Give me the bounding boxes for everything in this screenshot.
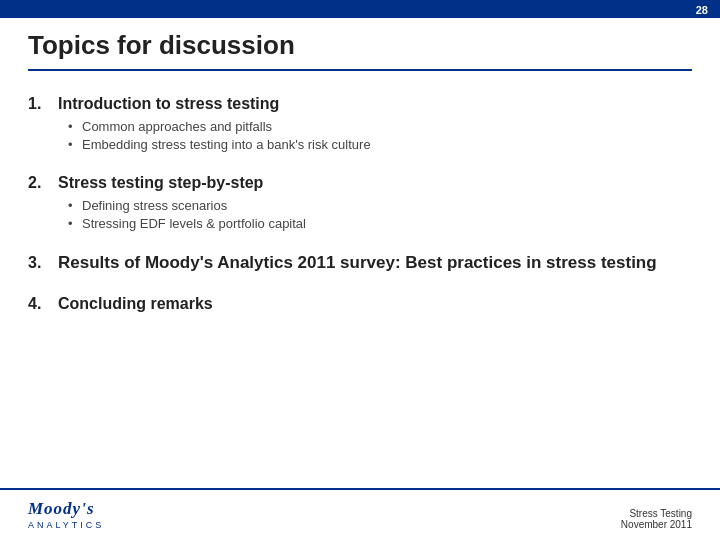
section-1-title: Introduction to stress testing xyxy=(58,95,279,113)
section-3-heading: 3. Results of Moody's Analytics 2011 sur… xyxy=(28,253,692,273)
section-2: 2. Stress testing step-by-step Defining … xyxy=(28,174,692,231)
bottom-accent-bar xyxy=(0,488,720,490)
list-item: Defining stress scenarios xyxy=(68,198,692,213)
section-4-heading: 4. Concluding remarks xyxy=(28,295,692,313)
section-2-heading: 2. Stress testing step-by-step xyxy=(28,174,692,192)
section-1-number: 1. xyxy=(28,95,48,113)
slide: 28 Topics for discussion 1. Introduction… xyxy=(0,0,720,540)
list-item: Common approaches and pitfalls xyxy=(68,119,692,134)
logo-moodys: Moody's xyxy=(28,499,95,519)
section-3: 3. Results of Moody's Analytics 2011 sur… xyxy=(28,253,692,273)
section-1: 1. Introduction to stress testing Common… xyxy=(28,95,692,152)
section-3-title: Results of Moody's Analytics 2011 survey… xyxy=(58,253,657,273)
logo-analytics: ANALYTICS xyxy=(28,520,104,530)
section-3-number: 3. xyxy=(28,254,48,272)
section-1-bullets: Common approaches and pitfalls Embedding… xyxy=(68,119,692,152)
list-item: Embedding stress testing into a bank's r… xyxy=(68,137,692,152)
page-number: 28 xyxy=(696,4,708,16)
list-item: Stressing EDF levels & portfolio capital xyxy=(68,216,692,231)
section-2-number: 2. xyxy=(28,174,48,192)
slide-title: Topics for discussion xyxy=(28,30,692,71)
section-4-title: Concluding remarks xyxy=(58,295,213,313)
footer-line1: Stress Testing xyxy=(621,508,692,519)
section-1-heading: 1. Introduction to stress testing xyxy=(28,95,692,113)
logo-area: Moody's ANALYTICS xyxy=(28,499,104,530)
footer: Moody's ANALYTICS Stress Testing Novembe… xyxy=(28,499,692,530)
content-area: 1. Introduction to stress testing Common… xyxy=(28,95,692,480)
footer-right: Stress Testing November 2011 xyxy=(621,508,692,530)
footer-line2: November 2011 xyxy=(621,519,692,530)
section-2-bullets: Defining stress scenarios Stressing EDF … xyxy=(68,198,692,231)
section-4-number: 4. xyxy=(28,295,48,313)
section-4: 4. Concluding remarks xyxy=(28,295,692,313)
section-2-title: Stress testing step-by-step xyxy=(58,174,263,192)
top-accent-bar xyxy=(0,0,720,18)
